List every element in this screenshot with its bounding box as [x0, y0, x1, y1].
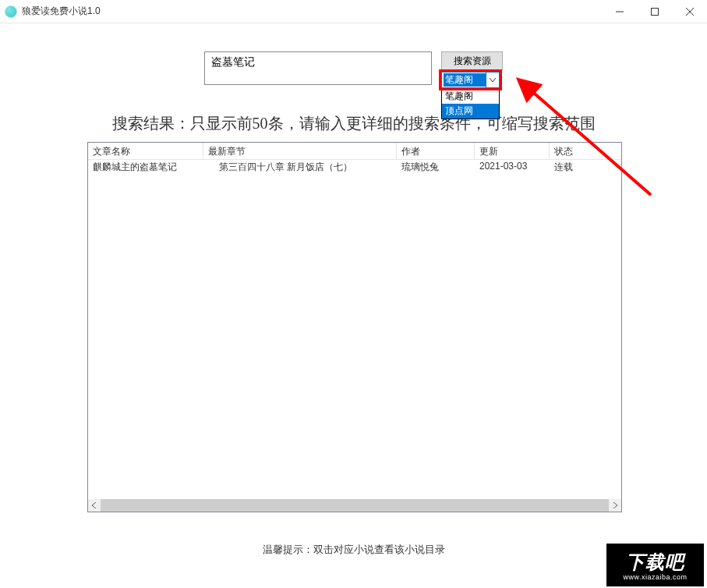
- column-header-update[interactable]: 更新: [475, 143, 550, 159]
- scroll-thumb[interactable]: [101, 499, 609, 512]
- cell-author: 琉璃悦兔: [397, 160, 475, 173]
- table-header: 文章名称 最新章节 作者 更新 状态: [88, 143, 621, 160]
- window-controls: [602, 0, 707, 23]
- window-title: 狼爱读免费小说1.0: [22, 5, 101, 18]
- maximize-button[interactable]: [637, 0, 672, 23]
- column-header-status[interactable]: 状态: [550, 143, 606, 159]
- watermark: 下载吧 www.xiazaiba.com: [606, 544, 704, 586]
- watermark-url: www.xiazaiba.com: [623, 573, 687, 581]
- search-button[interactable]: 搜索资源: [441, 51, 503, 70]
- cell-chapter: 第三百四十八章 新月饭店（七）: [203, 160, 397, 173]
- table-row[interactable]: 麒麟城主的盗墓笔记 第三百四十八章 新月饭店（七） 琉璃悦兔 2021-03-0…: [88, 160, 621, 173]
- column-header-author[interactable]: 作者: [397, 143, 475, 159]
- horizontal-scrollbar[interactable]: [88, 499, 621, 512]
- search-input[interactable]: [204, 51, 432, 85]
- dropdown-selected: 笔趣阁: [444, 73, 486, 87]
- close-button[interactable]: [672, 0, 707, 23]
- dropdown-list: 笔趣阁 顶点网: [441, 88, 500, 119]
- scroll-track[interactable]: [101, 499, 609, 512]
- bottom-hint: 温馨提示：双击对应小说查看该小说目录: [0, 543, 707, 557]
- results-table: 文章名称 最新章节 作者 更新 状态 麒麟城主的盗墓笔记 第三百四十八章 新月饭…: [87, 142, 622, 512]
- minimize-button[interactable]: [602, 0, 637, 23]
- dropdown-option[interactable]: 笔趣阁: [442, 89, 499, 104]
- column-header-title[interactable]: 文章名称: [88, 143, 203, 159]
- dropdown-option[interactable]: 顶点网: [442, 104, 499, 119]
- search-row: 搜索资源 笔趣阁 笔趣阁 顶点网: [0, 51, 707, 88]
- chevron-down-icon: [486, 73, 499, 87]
- column-header-chapter[interactable]: 最新章节: [203, 143, 397, 159]
- search-controls: 搜索资源 笔趣阁 笔趣阁 顶点网: [441, 51, 503, 88]
- content-area: 搜索资源 笔趣阁 笔趣阁 顶点网 搜索结: [0, 23, 707, 588]
- source-dropdown[interactable]: 笔趣阁: [441, 72, 500, 88]
- scroll-left-icon[interactable]: [88, 499, 101, 512]
- watermark-text: 下载吧: [626, 550, 684, 575]
- scroll-right-icon[interactable]: [609, 499, 621, 512]
- source-dropdown-wrapper: 笔趣阁 笔趣阁 顶点网: [441, 72, 500, 88]
- titlebar: 狼爱读免费小说1.0: [0, 0, 707, 23]
- cell-title: 麒麟城主的盗墓笔记: [88, 160, 203, 173]
- table-body: 麒麟城主的盗墓笔记 第三百四十八章 新月饭店（七） 琉璃悦兔 2021-03-0…: [88, 160, 621, 501]
- cell-status: 连载: [550, 160, 606, 173]
- app-icon: [5, 5, 17, 18]
- result-hint: 搜索结果：只显示前50条，请输入更详细的搜索条件，可缩写搜索范围: [0, 113, 707, 134]
- cell-update: 2021-03-03: [475, 160, 550, 173]
- svg-rect-1: [651, 9, 658, 16]
